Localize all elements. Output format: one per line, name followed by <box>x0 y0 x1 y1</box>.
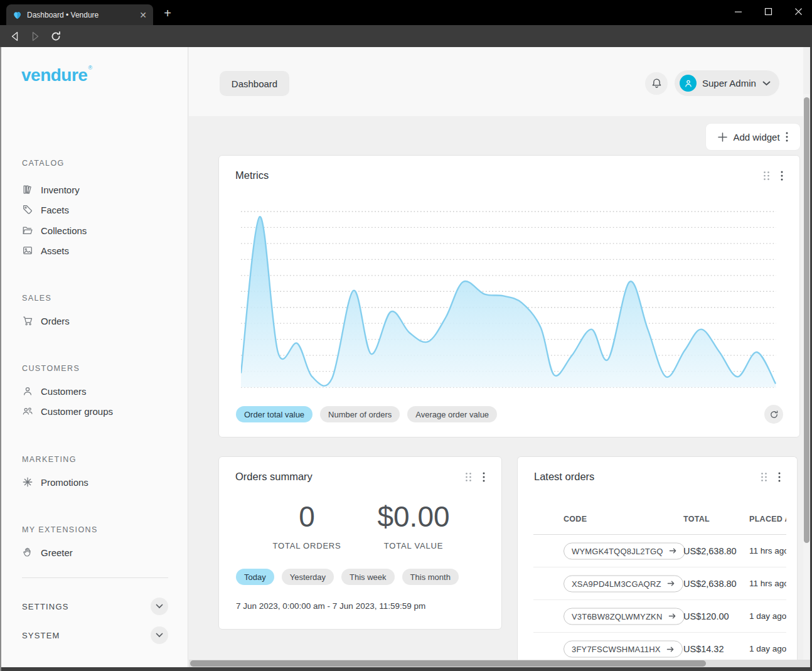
back-icon[interactable] <box>9 31 21 42</box>
maximize-icon[interactable] <box>761 1 776 21</box>
metrics-tabs: Order total value Number of orders Avera… <box>236 406 497 422</box>
section-catalog: CATALOG <box>22 159 65 168</box>
latest-orders-widget: Latest orders CODE TOTAL PL <box>517 456 798 660</box>
horizontal-scrollbar[interactable] <box>189 660 810 667</box>
user-menu[interactable]: Super Admin <box>675 70 779 96</box>
order-code-link[interactable]: WYMGK4TQQ8JL2TGQ <box>564 542 685 559</box>
reload-icon[interactable] <box>50 31 61 42</box>
table-row: XSA9PD4LM3CGAQRZ US$2,638.80 11 hrs ago <box>533 567 786 600</box>
sidebar-item-customer-groups[interactable]: Customer groups <box>22 403 113 419</box>
drag-handle-icon[interactable] <box>465 472 472 482</box>
vendure-logo[interactable]: vendure® <box>21 65 92 85</box>
scrollbar-thumb[interactable] <box>804 97 809 543</box>
browser-toolbar: ! localhost:3000/admin/ <box>0 25 812 47</box>
user-name: Super Admin <box>702 78 757 89</box>
arrow-right-icon <box>666 645 675 653</box>
sidebar: vendure® CATALOG Inventory Facets Collec… <box>1 47 188 667</box>
user-avatar <box>680 75 697 92</box>
order-placed-at: 1 day ago <box>749 643 786 655</box>
chevron-down-icon[interactable] <box>151 598 168 615</box>
widget-title: Latest orders <box>534 471 594 483</box>
metrics-chart-area <box>241 208 776 390</box>
sparkle-icon <box>22 476 33 488</box>
section-customers: CUSTOMERS <box>22 364 80 373</box>
tab-title: Dashboard • Vendure <box>27 11 134 19</box>
table-row: V3T6BW8ZQLWMYZKN US$120.00 1 day ago <box>533 600 786 633</box>
order-placed-at: 11 hrs ago <box>749 578 786 589</box>
sidebar-item-assets[interactable]: Assets <box>22 242 69 259</box>
dashboard-content: Add widget Metrics <box>189 116 804 660</box>
area-chart <box>241 208 776 390</box>
widget-title: Orders summary <box>235 471 313 483</box>
sidebar-item-inventory[interactable]: Inventory <box>22 181 80 198</box>
refresh-button[interactable] <box>764 405 783 424</box>
range-tab[interactable]: This month <box>402 569 459 585</box>
window-border <box>0 667 812 671</box>
new-tab-button[interactable]: + <box>161 6 174 20</box>
scrollbar-thumb[interactable] <box>190 660 706 667</box>
kebab-menu-icon[interactable] <box>778 472 781 482</box>
total-value-stat: $0.00 TOTAL VALUE <box>351 500 476 550</box>
metric-tab[interactable]: Order total value <box>236 406 313 422</box>
vertical-scrollbar[interactable] <box>803 94 810 667</box>
browser-titlebar: Dashboard • Vendure ✕ + <box>0 0 812 25</box>
total-value-value: $0.00 <box>351 500 476 534</box>
sidebar-item-greeter[interactable]: Greeter <box>22 544 73 561</box>
bell-icon <box>651 77 663 90</box>
order-code-link[interactable]: XSA9PD4LM3CGAQRZ <box>564 575 683 592</box>
order-code-link[interactable]: V3T6BW8ZQLWMYZKN <box>564 608 685 625</box>
sidebar-item-collections[interactable]: Collections <box>22 222 87 239</box>
tag-icon <box>22 204 33 215</box>
sidebar-section-system[interactable]: SYSTEM <box>22 626 168 644</box>
notifications-button[interactable] <box>645 72 668 95</box>
range-tab[interactable]: Today <box>236 569 274 585</box>
add-widget-button[interactable]: Add widget <box>706 124 800 150</box>
hand-icon <box>22 547 33 558</box>
users-icon <box>22 405 33 417</box>
order-total: US$2,638.80 <box>683 546 737 556</box>
order-placed-at: 11 hrs ago <box>749 545 786 557</box>
table-header: CODE TOTAL PLACED AT <box>533 510 786 535</box>
range-tab[interactable]: Yesterday <box>282 569 334 585</box>
kebab-menu-icon[interactable] <box>786 132 788 142</box>
total-value-label: TOTAL VALUE <box>351 541 476 550</box>
kebab-menu-icon[interactable] <box>781 171 783 181</box>
close-icon[interactable] <box>791 1 806 21</box>
date-range-tabs: Today Yesterday This week This month <box>236 569 459 585</box>
chevron-down-icon[interactable] <box>151 626 168 644</box>
arrow-right-icon <box>668 613 676 620</box>
drag-handle-icon[interactable] <box>763 171 770 181</box>
order-total: US$120.00 <box>683 611 729 621</box>
sidebar-item-promotions[interactable]: Promotions <box>22 474 88 490</box>
sidebar-item-customers[interactable]: Customers <box>22 383 87 399</box>
image-icon <box>22 245 33 256</box>
tab-close-icon[interactable]: ✕ <box>139 11 147 19</box>
date-range-text: 7 Jun 2023, 0:00:00 am - 7 Jun 2023, 11:… <box>236 601 425 611</box>
drag-handle-icon[interactable] <box>761 472 767 482</box>
arrow-right-icon <box>669 547 677 555</box>
order-code-link[interactable]: 3FY7FSCWSHMA11HX <box>564 641 683 658</box>
minimize-icon[interactable] <box>730 1 745 21</box>
metric-tab[interactable]: Average order value <box>407 406 497 422</box>
section-marketing: MARKETING <box>22 455 77 464</box>
kebab-menu-icon[interactable] <box>483 472 485 482</box>
folder-icon <box>22 225 33 236</box>
browser-tab[interactable]: Dashboard • Vendure ✕ <box>6 4 153 25</box>
section-sales: SALES <box>22 294 51 303</box>
breadcrumb[interactable]: Dashboard <box>220 71 289 96</box>
metrics-widget: Metrics <box>218 155 800 437</box>
range-tab[interactable]: This week <box>341 569 395 585</box>
user-icon <box>22 385 33 397</box>
sidebar-item-facets[interactable]: Facets <box>22 201 69 218</box>
table-row: WYMGK4TQQ8JL2TGQ US$2,638.80 11 hrs ago <box>533 535 786 567</box>
vendure-favicon-icon <box>13 11 22 19</box>
sidebar-item-orders[interactable]: Orders <box>22 313 70 329</box>
page-header: Dashboard Super Admin <box>189 47 803 116</box>
section-my-extensions: MY EXTENSIONS <box>22 525 98 534</box>
refresh-icon <box>769 409 779 420</box>
forward-icon[interactable] <box>29 31 41 42</box>
sidebar-section-settings[interactable]: SETTINGS <box>22 598 168 615</box>
plus-icon <box>718 132 727 142</box>
sidebar-divider <box>22 577 168 578</box>
metric-tab[interactable]: Number of orders <box>320 406 400 422</box>
